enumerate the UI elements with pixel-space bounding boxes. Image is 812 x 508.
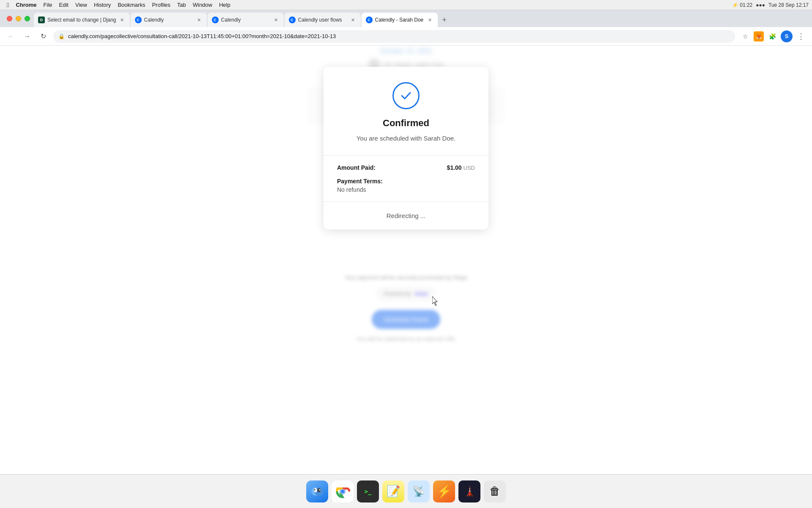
amount-paid-label: Amount Paid: (337, 164, 376, 171)
tab-favicon-calendly-1 (135, 17, 142, 23)
back-button[interactable]: ← (5, 30, 17, 42)
url-text: calendly.com/pagecollective/consultation… (68, 33, 730, 39)
menu-help[interactable]: Help (216, 1, 234, 9)
tab-favicon-calendly-2 (212, 17, 219, 23)
lock-icon: 🔒 (58, 33, 65, 39)
svg-point-9 (340, 489, 345, 494)
menu-tab[interactable]: Tab (174, 1, 189, 9)
checkmark-svg (399, 89, 413, 102)
chrome-window: D Select email to change | Djang ✕ Calen… (0, 10, 812, 508)
recharge-icon: ⚡ (437, 484, 452, 498)
menu-bar:  Chrome File Edit View History Bookmark… (0, 0, 812, 10)
amount-number: $1.00 (447, 164, 462, 171)
stripe-logo: stripe (414, 290, 428, 297)
clock: Tue 28 Sep 12:17 (768, 2, 809, 8)
minimize-window-button[interactable] (16, 16, 21, 22)
stripe-badge: Powered by stripe (377, 287, 435, 300)
menu-bar-right: ⚡ 01:22 ●●● Tue 28 Sep 12:17 (732, 2, 809, 8)
tab-title-calendly-1: Calendly (144, 17, 193, 23)
menu-profiles[interactable]: Profiles (148, 1, 173, 9)
tab-favicon-calendly-3 (289, 17, 296, 23)
notes-icon: 📝 (387, 485, 400, 498)
more-menu-icon[interactable]: ⋮ (795, 30, 807, 42)
tab-calendly-2[interactable]: Calendly ✕ (208, 13, 284, 27)
powered-by-text: Powered by (384, 291, 411, 297)
dock-item-notes[interactable]: 📝 (382, 480, 404, 502)
tab-favicon-django: D (38, 17, 45, 23)
fullscreen-window-button[interactable] (25, 16, 30, 22)
confirmation-card: Confirmed You are scheduled with Sarah D… (324, 67, 488, 229)
address-bar: ← → ↻ 🔒 calendly.com/pagecollective/cons… (0, 27, 812, 46)
new-tab-button[interactable]: + (439, 14, 450, 26)
url-bar[interactable]: 🔒 calendly.com/pagecollective/consultati… (53, 30, 735, 43)
redirect-note: You will be redirected to an external UR… (356, 336, 455, 342)
redirecting-text: Redirecting ... (337, 212, 475, 219)
reload-button[interactable]: ↻ (37, 30, 49, 42)
fox-extension-icon[interactable]: 🦊 (754, 31, 764, 41)
dock-item-finder[interactable] (306, 480, 328, 502)
traffic-lights (7, 16, 30, 22)
forward-button[interactable]: → (21, 30, 33, 42)
tab-close-calendly-3[interactable]: ✕ (350, 17, 357, 23)
tab-calendly-1[interactable]: Calendly ✕ (131, 13, 207, 27)
profile-icon[interactable]: S (781, 30, 793, 42)
finder-icon (310, 485, 324, 498)
bookmark-star-icon[interactable]: ☆ (739, 30, 751, 42)
reeder-icon: 📡 (412, 486, 425, 497)
dock: >_ 📝 📡 ⚡ 🗼 🗑 (0, 474, 812, 508)
menu-chrome[interactable]: Chrome (12, 1, 40, 9)
close-window-button[interactable] (7, 16, 12, 22)
dock-item-trash[interactable]: 🗑 (484, 480, 506, 502)
battery-charging-icon: ⚡ 01:22 (732, 2, 752, 8)
menu-bookmarks[interactable]: Bookmarks (114, 1, 148, 9)
terminal-icon: >_ (365, 488, 372, 495)
tab-close-django[interactable]: ✕ (119, 17, 126, 23)
wifi-icon: ●●● (756, 2, 765, 8)
payment-terms-section: Payment Terms: No refunds (337, 178, 475, 193)
menu-view[interactable]: View (72, 1, 91, 9)
schedule-event-button[interactable]: Schedule Event (372, 310, 440, 329)
toolbar-icons: ☆ 🦊 🧩 S ⋮ (739, 30, 807, 42)
menu-window[interactable]: Window (189, 1, 216, 9)
dock-item-recharge[interactable]: ⚡ (433, 480, 455, 502)
card-top: Confirmed You are scheduled with Sarah D… (324, 67, 488, 156)
card-middle: Amount Paid: $1.00 USD Payment Terms: No… (324, 156, 488, 202)
puzzle-extension-icon[interactable]: 🧩 (766, 30, 778, 42)
svg-point-5 (319, 489, 321, 490)
confirmed-title: Confirmed (337, 118, 475, 129)
payment-terms-label: Payment Terms: (337, 178, 475, 185)
amount-currency: USD (464, 165, 475, 171)
payment-terms-value: No refunds (337, 186, 475, 193)
page-content: October 13, 2021 UK, Ireland, Lisbon Tim… (0, 46, 812, 508)
tab-close-calendly-1[interactable]: ✕ (196, 17, 203, 23)
chrome-icon (335, 484, 350, 499)
tab-title-django: Select email to change | Djang (47, 17, 116, 23)
dock-item-reeder[interactable]: 📡 (408, 480, 430, 502)
apple-menu[interactable]:  (3, 0, 12, 9)
confirmed-subtitle: You are scheduled with Sarah Doe. (337, 134, 475, 144)
tab-close-calendly-2[interactable]: ✕ (273, 17, 280, 23)
tab-calendly-user-flows[interactable]: Calendly user flows ✕ (285, 13, 361, 27)
tab-title-calendly-sarah: Calendly - Sarah Doe (375, 17, 424, 23)
trash-icon: 🗑 (489, 485, 500, 498)
payment-row: Amount Paid: $1.00 USD (337, 164, 475, 171)
amount-value: $1.00 USD (447, 164, 475, 171)
card-bottom: Redirecting ... (324, 202, 488, 229)
tab-title-calendly-2: Calendly (221, 17, 270, 23)
menu-history[interactable]: History (91, 1, 114, 9)
tower-icon: 🗼 (464, 486, 475, 497)
menu-file[interactable]: File (40, 1, 56, 9)
menu-bar-left:  Chrome File Edit View History Bookmark… (3, 0, 234, 9)
tab-calendly-sarah[interactable]: Calendly - Sarah Doe ✕ (362, 13, 438, 27)
tab-django[interactable]: D Select email to change | Djang ✕ (34, 13, 130, 27)
tab-close-calendly-4[interactable]: ✕ (427, 17, 433, 23)
svg-point-4 (314, 489, 315, 490)
tab-favicon-calendly-4 (366, 17, 373, 23)
below-card-blurred: Your payment will be securely processed … (0, 274, 812, 342)
dock-item-terminal[interactable]: >_ (357, 480, 379, 502)
menu-edit[interactable]: Edit (56, 1, 72, 9)
tab-title-calendly-user-flows: Calendly user flows (298, 17, 347, 23)
dock-item-tower[interactable]: 🗼 (458, 480, 480, 502)
dock-item-chrome[interactable] (332, 480, 354, 502)
tab-bar: D Select email to change | Djang ✕ Calen… (0, 10, 812, 27)
